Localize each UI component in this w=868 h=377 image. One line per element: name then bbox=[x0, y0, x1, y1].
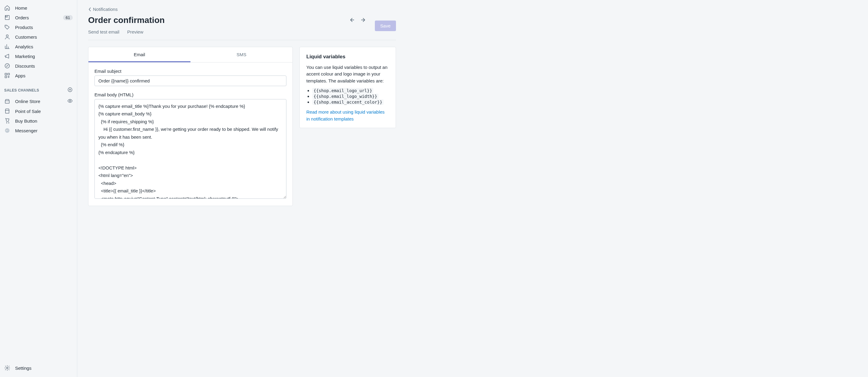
save-button[interactable]: Save bbox=[375, 21, 396, 31]
sidebar-item-orders[interactable]: Orders 61 bbox=[0, 13, 77, 22]
channel-point-of-sale[interactable]: Point of Sale bbox=[0, 106, 77, 116]
marketing-icon bbox=[4, 53, 10, 59]
main-content: Notifications Order confirmation Send te… bbox=[77, 0, 868, 377]
liquid-var-code: {{shop.email_accent_color}} bbox=[312, 99, 383, 105]
sidebar-item-label: Settings bbox=[15, 366, 31, 371]
sidebar-item-label: Online Store bbox=[15, 99, 40, 104]
liquid-title: Liquid variables bbox=[306, 54, 389, 60]
tab-email[interactable]: Email bbox=[88, 47, 190, 62]
online-store-icon bbox=[4, 98, 10, 105]
sidebar-item-label: Customers bbox=[15, 34, 37, 39]
sidebar: Home Orders 61 Products Customers bbox=[0, 0, 77, 377]
gear-icon bbox=[4, 365, 10, 371]
sidebar-item-label: Orders bbox=[15, 15, 29, 20]
channel-online-store[interactable]: Online Store bbox=[0, 96, 77, 106]
sidebar-item-label: Apps bbox=[15, 73, 25, 78]
sidebar-item-marketing[interactable]: Marketing bbox=[0, 51, 77, 61]
email-subject-label: Email subject bbox=[94, 68, 286, 74]
send-test-email-link[interactable]: Send test email bbox=[88, 29, 119, 34]
svg-point-0 bbox=[6, 26, 6, 26]
breadcrumb-label: Notifications bbox=[93, 7, 118, 12]
tabs: Email SMS bbox=[88, 47, 292, 62]
sidebar-item-label: Home bbox=[15, 5, 27, 10]
sidebar-item-discounts[interactable]: Discounts bbox=[0, 61, 77, 71]
email-body-textarea[interactable] bbox=[94, 99, 286, 199]
next-button[interactable] bbox=[360, 17, 367, 23]
svg-rect-5 bbox=[5, 76, 7, 78]
sidebar-item-customers[interactable]: Customers bbox=[0, 32, 77, 42]
svg-point-1 bbox=[6, 35, 8, 37]
editor-card: Email SMS Email subject Email body (HTML… bbox=[88, 47, 293, 206]
liquid-var-code: {{shop.email_logo_width}} bbox=[312, 94, 378, 99]
messenger-icon bbox=[4, 127, 10, 134]
svg-point-9 bbox=[7, 367, 8, 369]
sidebar-item-label: Discounts bbox=[15, 63, 35, 68]
sidebar-item-analytics[interactable]: Analytics bbox=[0, 42, 77, 51]
products-icon bbox=[4, 24, 10, 30]
sidebar-item-settings[interactable]: Settings bbox=[0, 363, 77, 373]
sidebar-item-label: Marketing bbox=[15, 54, 35, 59]
add-channel-button[interactable] bbox=[67, 87, 73, 93]
liquid-var-item: {{shop.email_logo_url}} bbox=[312, 88, 389, 93]
sidebar-item-label: Analytics bbox=[15, 44, 33, 49]
orders-icon bbox=[4, 14, 10, 21]
pos-icon bbox=[4, 108, 10, 114]
svg-point-8 bbox=[5, 128, 10, 133]
sidebar-item-home[interactable]: Home bbox=[0, 3, 77, 13]
buy-button-icon bbox=[4, 118, 10, 124]
orders-badge: 61 bbox=[63, 15, 73, 20]
channel-messenger[interactable]: Messenger bbox=[0, 126, 77, 135]
svg-rect-4 bbox=[8, 74, 10, 75]
liquid-variables-card: Liquid variables You can use liquid vari… bbox=[300, 47, 396, 128]
channel-buy-button[interactable]: Buy Button bbox=[0, 116, 77, 126]
apps-icon bbox=[4, 72, 10, 79]
sidebar-item-products[interactable]: Products bbox=[0, 22, 77, 32]
liquid-var-code: {{shop.email_logo_url}} bbox=[312, 88, 373, 93]
email-subject-input[interactable] bbox=[94, 76, 286, 86]
analytics-icon bbox=[4, 44, 10, 50]
svg-rect-3 bbox=[5, 74, 7, 75]
sidebar-item-label: Buy Button bbox=[15, 118, 37, 123]
breadcrumb-back[interactable]: Notifications bbox=[88, 7, 118, 12]
preview-link[interactable]: Preview bbox=[127, 29, 143, 34]
liquid-desc: You can use liquid variables to output a… bbox=[306, 64, 389, 85]
divider bbox=[88, 40, 396, 40]
tab-sms[interactable]: SMS bbox=[190, 47, 292, 62]
page-title: Order confirmation bbox=[88, 16, 348, 25]
sidebar-item-label: Point of Sale bbox=[15, 109, 41, 114]
liquid-var-item: {{shop.email_logo_width}} bbox=[312, 94, 389, 99]
sidebar-item-label: Products bbox=[15, 25, 33, 30]
eye-icon[interactable] bbox=[67, 98, 73, 105]
discounts-icon bbox=[4, 63, 10, 69]
liquid-read-more-link[interactable]: Read more about using liquid variables i… bbox=[306, 109, 384, 121]
svg-point-7 bbox=[69, 100, 71, 102]
prev-button[interactable] bbox=[348, 17, 355, 23]
home-icon bbox=[4, 5, 10, 11]
sidebar-item-label: Messenger bbox=[15, 128, 37, 133]
liquid-var-item: {{shop.email_accent_color}} bbox=[312, 99, 389, 105]
sales-channels-label: SALES CHANNELS bbox=[4, 88, 39, 92]
sales-channels-header: SALES CHANNELS bbox=[0, 82, 77, 95]
sidebar-item-apps[interactable]: Apps bbox=[0, 71, 77, 80]
email-body-label: Email body (HTML) bbox=[94, 92, 286, 97]
customers-icon bbox=[4, 34, 10, 40]
